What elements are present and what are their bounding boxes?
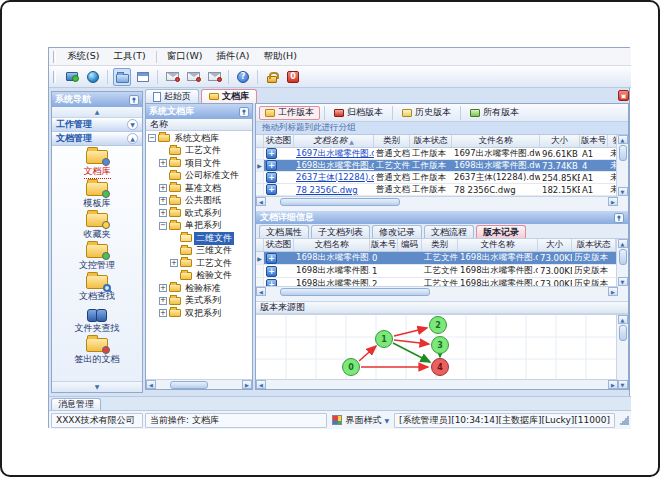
sidebar-item-folder-search[interactable]: 文件夹查找: [52, 305, 142, 336]
column-size[interactable]: 大小: [540, 135, 580, 147]
sidebar-group-docs[interactable]: 文档管理: [52, 132, 142, 146]
folder-icon[interactable]: [113, 68, 131, 86]
scroll-up-icon[interactable]: [618, 239, 628, 248]
menu-help[interactable]: 帮助(H): [256, 48, 304, 65]
menu-tools[interactable]: 工具(T): [106, 48, 152, 65]
table-row[interactable]: 78 2356C.dwg 普通文档 工作版本 78 2356C.dwg 182.…: [256, 184, 618, 196]
scroll-left-icon[interactable]: [146, 380, 156, 389]
grid-horizontal-scrollbar[interactable]: [256, 196, 618, 206]
sidebar-scroll-down[interactable]: [52, 381, 142, 392]
column-code[interactable]: 编码: [398, 239, 422, 251]
scrollbar-thumb[interactable]: [619, 145, 627, 161]
tree-node[interactable]: 美式系列: [146, 295, 252, 308]
menu-window[interactable]: 窗口(W): [160, 48, 210, 65]
tree-node[interactable]: 基准文档: [146, 182, 252, 195]
tree-node[interactable]: 工艺文件: [146, 145, 252, 158]
globe-icon[interactable]: [84, 68, 102, 86]
table-row[interactable]: 1697出水嘴零件图.dwg 普通文档 工作版本 1697出水嘴零件图.dwg …: [256, 148, 618, 160]
scrollbar-thumb[interactable]: [280, 288, 430, 296]
column-version-state[interactable]: 版本状态: [572, 239, 616, 251]
scroll-down-icon[interactable]: [618, 380, 628, 389]
group-by-bar[interactable]: 拖动列标题到此进行分组: [256, 122, 628, 135]
sidebar-item-favorites[interactable]: 收藏夹: [52, 212, 142, 242]
tree-node[interactable]: 检验文件: [146, 270, 252, 283]
sidebar-group-work[interactable]: 工作管理: [52, 118, 142, 132]
scroll-right-icon[interactable]: [242, 380, 252, 389]
scrollbar-thumb[interactable]: [619, 325, 627, 341]
work-version-button[interactable]: 工作版本: [259, 106, 320, 120]
column-doc-name[interactable]: 文档名称: [294, 239, 370, 251]
scroll-up-icon[interactable]: [618, 135, 628, 144]
mail-icon[interactable]: [163, 68, 181, 86]
column-category[interactable]: 类别: [374, 135, 410, 147]
mail-delete-icon[interactable]: [205, 68, 223, 86]
scroll-down-icon[interactable]: [618, 277, 628, 286]
lock-icon[interactable]: [263, 68, 281, 86]
archive-version-button[interactable]: 归档版本: [329, 106, 388, 120]
tree-node[interactable]: 公司标准文件: [146, 170, 252, 183]
scrollbar-thumb[interactable]: [619, 249, 627, 265]
scroll-left-icon[interactable]: [256, 380, 266, 389]
scroll-left-icon[interactable]: [256, 197, 266, 206]
mail-send-icon[interactable]: [184, 68, 202, 86]
column-version-no[interactable]: 版本号: [580, 135, 608, 147]
table-row[interactable]: 2637主体(12284).dwg 普通文档 工作版本 2637主体(12284…: [256, 172, 618, 184]
tree-node[interactable]: 单把系列: [146, 220, 252, 233]
graph-horizontal-scrollbar[interactable]: [256, 379, 618, 389]
calendar-icon[interactable]: [134, 68, 152, 86]
column-size[interactable]: 大小: [538, 239, 572, 251]
scroll-down-icon[interactable]: [618, 187, 628, 196]
table-row[interactable]: 1698出水嘴零件图.dwg 1 工艺文件 1698出水嘴零件图.dwg 73.…: [256, 265, 618, 278]
sidebar-item-doc-library[interactable]: 文档库: [52, 149, 142, 180]
chevron-down-icon[interactable]: [127, 119, 138, 130]
scroll-up-icon[interactable]: [618, 315, 628, 324]
tab-version-records[interactable]: 版本记录: [476, 225, 526, 238]
expand-icon[interactable]: [170, 259, 178, 267]
sidebar-item-checked-out-docs[interactable]: 签出的文档: [52, 337, 142, 367]
column-file-name[interactable]: 文件名称: [452, 135, 540, 147]
menu-system[interactable]: 系统(S): [60, 48, 106, 65]
expand-icon[interactable]: [159, 197, 167, 205]
grid-vertical-scrollbar[interactable]: [616, 135, 628, 196]
scrollbar-thumb[interactable]: [170, 381, 208, 389]
display-icon[interactable]: [63, 68, 81, 86]
expand-icon[interactable]: [159, 297, 167, 305]
column-doc-name[interactable]: 文档名称: [294, 135, 374, 147]
message-management-tab[interactable]: 消息管理: [51, 398, 101, 410]
tree-node[interactable]: 欧式系列: [146, 207, 252, 220]
tree-node[interactable]: 检验标准: [146, 282, 252, 295]
tab-subdoc-list[interactable]: 子文档列表: [311, 225, 370, 238]
table-row-selected[interactable]: 1698出水嘴零件图.dwg 0 工艺文件 1698出水嘴零件图.dwg 73.…: [256, 252, 618, 265]
close-tab-icon[interactable]: [618, 90, 629, 101]
grid-vertical-scrollbar[interactable]: [616, 239, 628, 286]
expand-icon[interactable]: [159, 184, 167, 192]
resize-grip[interactable]: [619, 415, 629, 425]
tree-column-header[interactable]: 名称: [146, 119, 252, 131]
history-version-button[interactable]: 历史版本: [397, 106, 456, 120]
column-status[interactable]: 状态图: [264, 135, 294, 147]
toolbar-grip[interactable]: [53, 71, 56, 83]
menubar-grip[interactable]: [53, 51, 56, 63]
all-versions-button[interactable]: 所有版本: [465, 106, 524, 120]
scrollbar-thumb[interactable]: [280, 198, 400, 206]
tree-node[interactable]: 项目文件: [146, 157, 252, 170]
tab-start-page[interactable]: 起始页: [145, 89, 199, 103]
sidebar-item-doc-search[interactable]: 文档查找: [52, 274, 142, 304]
table-row-selected[interactable]: 1698出水嘴零件图.dwg 工艺文件 工作版本 1698出水嘴零件图.dwg …: [256, 160, 618, 172]
scroll-right-icon[interactable]: [608, 197, 618, 206]
pin-icon[interactable]: [129, 95, 139, 105]
tree-horizontal-scrollbar[interactable]: [146, 379, 252, 389]
column-version-state[interactable]: 版本状态: [410, 135, 452, 147]
pin-icon[interactable]: [239, 107, 249, 117]
tab-modify-records[interactable]: 修改记录: [372, 225, 422, 238]
menu-plugins[interactable]: 插件(A): [209, 48, 256, 65]
exit-icon[interactable]: [284, 68, 302, 86]
column-status[interactable]: 状态图: [264, 239, 294, 251]
tree-node-selected[interactable]: 二维文件: [146, 232, 252, 245]
help-icon[interactable]: [234, 68, 252, 86]
column-category[interactable]: 类别: [422, 239, 458, 251]
table-row[interactable]: 1698出水嘴零件图.dwg 2 工艺文件 1698出水嘴零件图.dwg 73.…: [256, 278, 618, 286]
tab-doc-properties[interactable]: 文档属性: [259, 225, 309, 238]
scroll-right-icon[interactable]: [608, 380, 618, 389]
sidebar-item-doc-control[interactable]: 文控管理: [52, 243, 142, 273]
